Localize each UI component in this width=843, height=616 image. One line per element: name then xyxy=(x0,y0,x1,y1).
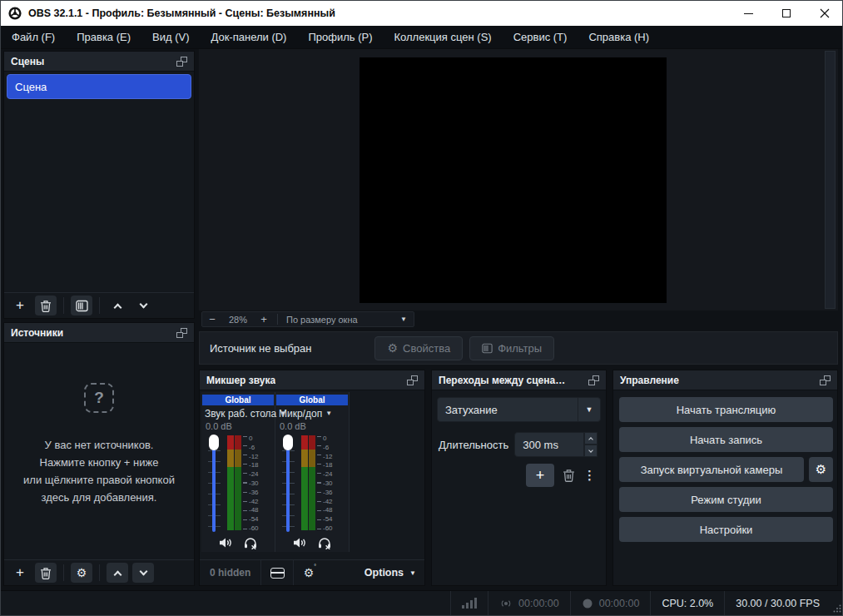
start-streaming-button[interactable]: Начать трансляцию xyxy=(619,397,833,422)
controls-title: Управление xyxy=(620,375,679,386)
source-properties-button[interactable]: ⚙ xyxy=(71,563,92,583)
menu-tools[interactable]: Сервис (T) xyxy=(503,26,578,48)
volume-slider[interactable] xyxy=(207,435,224,534)
channel-icons xyxy=(201,534,275,552)
duration-increase-button[interactable] xyxy=(584,432,598,445)
mixer-channel-desktop: Global Звук раб. стола ▼ 0.0 dB xyxy=(201,392,275,552)
toggle-meter-layout-button[interactable] xyxy=(261,568,293,579)
filters-button[interactable]: Фильтры xyxy=(469,336,554,360)
speaker-icon[interactable] xyxy=(293,537,306,549)
duration-input[interactable]: 300 ms xyxy=(514,432,584,457)
sources-toolbar: + ⚙ xyxy=(4,559,194,585)
scene-list-item[interactable]: Сцена xyxy=(7,74,191,99)
duration-label: Длительность xyxy=(439,439,508,451)
remove-source-button[interactable] xyxy=(35,563,57,583)
menu-bar: Файл (F) Правка (E) Вид (V) Док-панели (… xyxy=(1,26,843,49)
channel-icons xyxy=(275,534,349,552)
fit-mode-dropdown[interactable]: По размеру окна ▼ xyxy=(281,315,414,325)
mixer-dock-header: Микшер звука xyxy=(200,370,424,390)
slider-track xyxy=(286,437,290,532)
chevron-down-icon: ▼ xyxy=(400,315,407,323)
menu-file[interactable]: Файл (F) xyxy=(1,26,66,48)
question-mark-icon: ? xyxy=(84,383,114,413)
duration-spinner xyxy=(584,432,598,457)
settings-button[interactable]: Настройки xyxy=(619,517,833,542)
channel-volume-db: 0.0 dB xyxy=(275,421,349,434)
duration-decrease-button[interactable] xyxy=(584,445,598,457)
preview-zoom-bar: − 28% + По размеру окна ▼ xyxy=(201,311,414,327)
sources-dock-header: Источники xyxy=(4,323,194,343)
move-scene-down-button[interactable] xyxy=(132,296,154,315)
channel-name-dropdown[interactable]: Звук раб. стола ▼ xyxy=(201,405,275,421)
menu-view[interactable]: Вид (V) xyxy=(141,26,200,48)
scene-filters-button[interactable] xyxy=(71,296,92,315)
empty-message-line: или щёлкните правой кнопкой xyxy=(4,471,194,489)
transitions-dock-header: Переходы между сцена… xyxy=(432,370,606,390)
speaker-icon[interactable] xyxy=(219,537,232,549)
controls-dock: Управление Начать трансляцию Начать запи… xyxy=(612,370,838,586)
chevron-up-icon xyxy=(113,570,121,579)
filters-label: Фильтры xyxy=(498,342,542,355)
menu-docks[interactable]: Док-панели (D) xyxy=(201,26,298,48)
preview-scrollbar[interactable] xyxy=(825,51,836,309)
mixer-channel-mic: Global Микр/доп ▼ 0.0 dB xyxy=(275,392,350,552)
channel-name-dropdown[interactable]: Микр/доп ▼ xyxy=(275,405,349,421)
chevron-down-icon: ▼ xyxy=(578,398,600,421)
properties-label: Свойства xyxy=(403,342,450,355)
maximize-button[interactable] xyxy=(767,1,806,26)
popout-icon[interactable] xyxy=(176,57,187,67)
menu-profile[interactable]: Профиль (P) xyxy=(297,26,383,48)
record-icon xyxy=(582,598,593,609)
scenes-dock-header: Сцены xyxy=(4,52,194,72)
studio-mode-button[interactable]: Режим студии xyxy=(619,487,833,512)
slider-handle[interactable] xyxy=(209,435,219,450)
filters-icon xyxy=(482,343,493,354)
start-recording-button[interactable]: Начать запись xyxy=(619,427,833,452)
channel-name: Микр/доп xyxy=(279,408,322,420)
transition-properties-button[interactable]: ⋮ xyxy=(583,468,596,483)
popout-icon[interactable] xyxy=(820,375,831,385)
minimize-icon xyxy=(744,13,753,14)
empty-message-line: Нажмите кнопку + ниже xyxy=(4,454,194,471)
popout-icon[interactable] xyxy=(176,328,187,338)
move-source-up-button[interactable] xyxy=(107,563,128,583)
menu-scene-collection[interactable]: Коллекция сцен (S) xyxy=(384,26,503,48)
sources-dock: Источники ? У вас нет источников. Нажмит… xyxy=(3,322,195,586)
popout-icon[interactable] xyxy=(588,375,599,385)
remove-scene-button[interactable] xyxy=(35,296,57,315)
transition-value: Затухание xyxy=(438,404,498,416)
zoom-in-button[interactable]: + xyxy=(254,312,274,326)
toolbar-separator xyxy=(63,297,64,314)
transition-select[interactable]: Затухание ▼ xyxy=(437,397,601,422)
add-source-button[interactable]: + xyxy=(9,563,31,583)
record-time: 00:00:00 xyxy=(599,598,640,609)
minimize-button[interactable] xyxy=(729,1,767,26)
move-source-down-button[interactable] xyxy=(132,563,154,583)
menu-help[interactable]: Справка (H) xyxy=(578,26,660,48)
fit-mode-value: По размеру окна xyxy=(286,315,358,325)
slider-handle[interactable] xyxy=(283,435,293,450)
resize-grip[interactable] xyxy=(831,591,843,615)
window-title: OBS 32.1.1 - Профиль: Безымянный - Сцены… xyxy=(28,7,335,19)
popout-icon[interactable] xyxy=(407,375,418,385)
add-scene-button[interactable]: + xyxy=(9,296,31,315)
virtual-camera-settings-button[interactable]: ⚙ xyxy=(809,457,833,482)
volume-slider[interactable] xyxy=(281,435,298,534)
remove-transition-button[interactable] xyxy=(563,469,575,482)
add-transition-button[interactable]: + xyxy=(526,464,554,487)
options-label: Options xyxy=(364,567,404,579)
move-scene-up-button[interactable] xyxy=(107,296,128,315)
close-button[interactable] xyxy=(806,1,843,26)
start-virtual-camera-button[interactable]: Запуск виртуальной камеры xyxy=(619,457,804,482)
zoom-out-button[interactable]: − xyxy=(202,312,222,326)
channel-volume-db: 0.0 dB xyxy=(201,421,275,434)
headphones-muted-icon[interactable] xyxy=(318,537,331,549)
menu-edit[interactable]: Правка (E) xyxy=(66,26,141,48)
mixer-options-button[interactable]: Options ▼ xyxy=(364,567,416,579)
stream-time: 00:00:00 xyxy=(518,598,559,609)
advanced-audio-button[interactable]: ⚙° xyxy=(294,566,325,579)
status-bar: 00:00:00 00:00:00 CPU: 2.0% 30.00 / 30.0… xyxy=(1,590,843,615)
preview-area xyxy=(199,49,838,310)
properties-button[interactable]: ⚙ Свойства xyxy=(374,336,463,360)
headphones-muted-icon[interactable] xyxy=(244,537,257,549)
